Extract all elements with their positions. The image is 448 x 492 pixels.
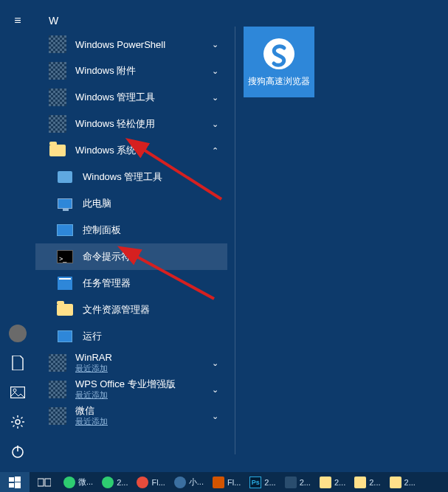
- tile-label: 搜狗高速浏览器: [248, 75, 310, 88]
- svg-rect-11: [15, 482, 21, 488]
- sub-item-command-prompt[interactable]: 命令提示符: [35, 243, 227, 270]
- sub-label: 此电脑: [83, 197, 111, 210]
- taskbar: 微...2...Fl...小...Fl...Ps2...2...2...2...…: [0, 472, 448, 492]
- taskbar-app-icon: [320, 477, 331, 488]
- chevron-down-icon: ⌄: [212, 93, 218, 103]
- cmd-icon: [57, 250, 73, 263]
- task-icon: [58, 277, 72, 290]
- app-label: Windows 轻松使用: [75, 117, 155, 131]
- tiles-area: 搜狗高速浏览器: [244, 27, 314, 97]
- app-label: Windows 管理工具: [75, 91, 155, 104]
- app-item-admin-tools[interactable]: Windows 管理工具 ⌄: [35, 84, 227, 111]
- taskbar-app-label: 2...: [300, 478, 311, 487]
- app-icon: [49, 35, 66, 53]
- taskbar-app-label: 2...: [404, 478, 416, 487]
- taskbar-app[interactable]: 微...: [59, 472, 97, 492]
- taskbar-app-label: Fl...: [227, 478, 241, 487]
- app-item-winrar[interactable]: WinRAR 最近添加 ⌄: [35, 350, 227, 376]
- section-header[interactable]: W: [35, 10, 227, 31]
- tile-sogou-browser[interactable]: 搜狗高速浏览器: [244, 27, 314, 97]
- run-icon: [58, 330, 72, 342]
- app-label: 微信: [75, 405, 108, 417]
- app-item-wechat[interactable]: 微信 最近添加 ⌄: [35, 403, 227, 429]
- hamburger-icon: ≡: [14, 14, 21, 27]
- svg-rect-10: [9, 483, 14, 488]
- taskbar-app-icon: [213, 477, 224, 488]
- tools-icon: [58, 171, 72, 183]
- recently-added-label: 最近添加: [75, 363, 112, 374]
- power-icon: [10, 444, 25, 459]
- sub-item-task-manager[interactable]: 任务管理器: [35, 270, 227, 297]
- app-icon: [49, 89, 66, 106]
- chevron-up-icon: ⌃: [212, 146, 218, 156]
- sub-item-control-panel[interactable]: 控制面板: [35, 217, 227, 243]
- taskbar-app-label: Fl...: [151, 478, 165, 487]
- user-account-button[interactable]: [0, 319, 35, 348]
- svg-rect-8: [9, 477, 14, 482]
- app-label: WinRAR: [75, 352, 112, 364]
- sub-label: 文件资源管理器: [83, 303, 150, 316]
- sub-label: 命令提示符: [83, 250, 131, 263]
- taskbar-app[interactable]: Fl...: [208, 472, 245, 492]
- sub-item-file-explorer[interactable]: 文件资源管理器: [35, 297, 227, 323]
- taskbar-app[interactable]: 2...: [385, 472, 420, 492]
- app-label: Windows 系统: [75, 144, 136, 157]
- chevron-down-icon: ⌄: [212, 40, 218, 49]
- vertical-divider: [235, 27, 235, 454]
- taskbar-app-label: 2...: [369, 478, 380, 487]
- taskbar-app-label: 2...: [334, 478, 345, 487]
- taskbar-app[interactable]: 2...: [350, 472, 385, 492]
- taskbar-app-icon: [63, 477, 75, 488]
- sub-item-this-pc[interactable]: 此电脑: [35, 190, 227, 217]
- chevron-down-icon: ⌄: [212, 358, 218, 368]
- apps-list: W Windows PowerShell ⌄ Windows 附件 ⌄ Wind…: [35, 0, 227, 472]
- taskbar-app-icon: [390, 477, 402, 488]
- avatar-icon: [9, 325, 27, 342]
- task-view-icon: [38, 477, 51, 488]
- recently-added-label: 最近添加: [75, 416, 108, 427]
- svg-rect-12: [38, 479, 44, 486]
- taskbar-app[interactable]: 小...: [170, 472, 208, 492]
- app-icon: [49, 381, 66, 398]
- sub-item-run[interactable]: 运行: [35, 323, 227, 350]
- taskbar-app[interactable]: 2...: [97, 472, 132, 492]
- app-item-wps[interactable]: WPS Office 专业增强版 最近添加 ⌄: [35, 376, 227, 403]
- app-item-windows-system[interactable]: Windows 系统 ⌃: [35, 137, 227, 164]
- power-button[interactable]: [0, 437, 35, 466]
- taskbar-app-icon: [174, 477, 186, 488]
- taskbar-app-ps[interactable]: Ps2...: [245, 472, 280, 492]
- sub-label: Windows 管理工具: [83, 170, 162, 184]
- taskbar-app[interactable]: Fl...: [132, 472, 169, 492]
- svg-point-2: [15, 420, 20, 424]
- app-icon: [49, 354, 66, 372]
- app-label: Windows PowerShell: [75, 39, 165, 50]
- hamburger-button[interactable]: ≡: [0, 6, 35, 35]
- start-left-rail: ≡: [0, 0, 35, 472]
- taskbar-app[interactable]: 2...: [280, 472, 315, 492]
- taskbar-app-icon: [137, 477, 148, 488]
- document-icon: [11, 356, 24, 370]
- app-icon: [49, 62, 66, 80]
- app-item-accessories[interactable]: Windows 附件 ⌄: [35, 58, 227, 84]
- sub-item-admin-tools[interactable]: Windows 管理工具: [35, 164, 227, 190]
- svg-point-1: [13, 389, 16, 392]
- taskbar-app[interactable]: 2...: [315, 472, 350, 492]
- chevron-down-icon: ⌄: [212, 66, 218, 76]
- taskbar-app-label: 2...: [117, 478, 128, 487]
- taskbar-app-label: 微...: [78, 477, 93, 488]
- taskbar-app-label: 小...: [189, 477, 204, 488]
- pc-icon: [58, 198, 72, 209]
- pictures-button[interactable]: [0, 378, 35, 407]
- svg-rect-13: [45, 479, 51, 486]
- app-label: WPS Office 专业增强版: [75, 378, 176, 390]
- taskbar-app-icon: [102, 477, 114, 488]
- documents-button[interactable]: [0, 348, 35, 378]
- app-item-ease-of-access[interactable]: Windows 轻松使用 ⌄: [35, 111, 227, 137]
- task-view-button[interactable]: [30, 472, 59, 492]
- start-button[interactable]: [0, 472, 30, 492]
- settings-button[interactable]: [0, 407, 35, 437]
- app-icon: [49, 115, 66, 133]
- picture-icon: [10, 387, 25, 398]
- app-item-powershell[interactable]: Windows PowerShell ⌄: [35, 31, 227, 58]
- taskbar-app-icon: [285, 477, 297, 488]
